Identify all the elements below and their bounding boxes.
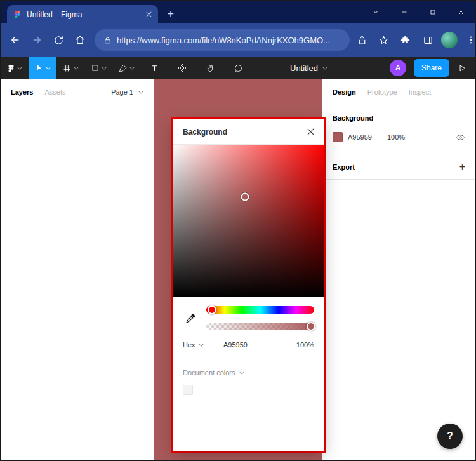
maximize-button[interactable] <box>418 1 447 23</box>
pen-tool-button[interactable] <box>112 57 140 79</box>
page-dropdown[interactable]: Page 1 <box>111 88 143 96</box>
background-hex-value[interactable]: A95959 <box>348 133 387 141</box>
user-avatar[interactable]: A <box>390 60 406 76</box>
share-page-button[interactable] <box>352 30 371 50</box>
color-picker-dialog: Background <box>173 119 324 451</box>
export-add-button[interactable]: + <box>459 162 465 172</box>
background-opacity-value[interactable]: 100% <box>387 133 405 141</box>
bookmark-button[interactable] <box>374 30 393 50</box>
minimize-button[interactable] <box>390 1 418 23</box>
comment-tool-button[interactable] <box>224 57 252 79</box>
figma-main-menu-button[interactable] <box>1 57 29 79</box>
export-section: Export + <box>322 154 475 180</box>
figma-toolbar-right: A Share <box>390 57 475 79</box>
layers-panel: Layers Assets Page 1 <box>1 79 154 460</box>
properties-panel: Design Prototype Inspect Background A959… <box>322 79 475 460</box>
chevron-down-icon <box>102 67 107 70</box>
chevron-down-icon <box>372 8 380 16</box>
forward-icon <box>31 34 43 46</box>
opacity-input[interactable]: 100% <box>296 341 314 349</box>
kebab-menu-icon <box>466 35 476 45</box>
hue-track <box>206 306 314 314</box>
window-controls <box>361 1 475 23</box>
tab-design[interactable]: Design <box>333 88 356 96</box>
shape-tool-button[interactable] <box>84 57 112 79</box>
reload-icon <box>53 35 64 46</box>
picker-controls <box>173 297 324 330</box>
eyedropper-button[interactable] <box>183 311 198 326</box>
move-tool-button[interactable] <box>29 57 56 79</box>
background-color-swatch[interactable] <box>333 132 343 142</box>
color-mode-dropdown[interactable]: Hex <box>183 341 223 349</box>
move-cursor-icon <box>34 63 44 73</box>
hex-value-input[interactable]: A95959 <box>223 341 248 349</box>
figma-favicon-icon <box>13 10 22 18</box>
background-section: Background A95959 100% <box>322 105 475 154</box>
frame-tool-button[interactable] <box>56 57 84 79</box>
address-bar[interactable]: https://www.figma.com/file/nW8nKoPdANnjr… <box>95 29 350 51</box>
tab-title: Untitled – Figma <box>27 10 141 19</box>
back-button[interactable] <box>6 30 25 50</box>
resources-tool-button[interactable] <box>168 57 196 79</box>
visibility-toggle[interactable] <box>456 133 465 142</box>
reload-button[interactable] <box>49 30 68 50</box>
hue-thumb[interactable] <box>208 305 216 314</box>
color-selection-cursor[interactable] <box>241 192 249 201</box>
help-button[interactable]: ? <box>437 424 463 449</box>
browser-titlebar: Untitled – Figma + <box>1 1 475 23</box>
chevron-down-icon <box>74 67 79 70</box>
side-panel-icon <box>423 35 433 46</box>
bookmark-star-icon <box>378 35 389 46</box>
alpha-slider[interactable] <box>206 323 314 330</box>
tab-assets[interactable]: Assets <box>44 88 65 96</box>
lock-icon <box>103 36 112 44</box>
hex-mode-label: Hex <box>183 341 195 349</box>
comment-bubble-icon <box>234 63 243 73</box>
document-colors-label: Document colors <box>183 369 235 377</box>
tab-inspect[interactable]: Inspect <box>409 88 431 96</box>
alpha-track <box>206 323 314 330</box>
tab-close-icon[interactable] <box>146 11 152 17</box>
saturation-brightness-gradient[interactable] <box>173 145 324 297</box>
resources-grid-icon <box>177 63 187 73</box>
properties-tabs: Design Prototype Inspect <box>322 79 475 105</box>
tab-layers[interactable]: Layers <box>11 88 33 96</box>
share-button[interactable]: Share <box>414 59 449 77</box>
color-value-row: Hex A95959 100% <box>173 330 324 349</box>
extensions-puzzle-icon <box>400 35 411 46</box>
page-label: Page 1 <box>111 88 133 96</box>
browser-tab[interactable]: Untitled – Figma <box>7 5 158 23</box>
color-picker-header: Background <box>173 119 324 145</box>
chevron-down-icon <box>129 67 135 70</box>
eye-icon <box>456 133 465 142</box>
frame-tool-icon <box>62 63 72 73</box>
file-title-dropdown[interactable]: Untitled <box>290 57 327 79</box>
document-color-swatch[interactable] <box>183 385 193 395</box>
home-button[interactable] <box>70 30 89 50</box>
export-section-title: Export <box>333 163 355 171</box>
document-colors-dropdown[interactable]: Document colors <box>173 359 324 377</box>
text-tool-button[interactable] <box>140 57 168 79</box>
background-color-row: A95959 100% <box>333 132 465 142</box>
rectangle-tool-icon <box>91 63 100 72</box>
extensions-button[interactable] <box>395 30 414 50</box>
hue-slider[interactable] <box>206 306 314 314</box>
browser-window: Untitled – Figma + <box>0 0 476 461</box>
pen-tool-icon <box>118 63 128 73</box>
eyedropper-icon <box>185 312 197 324</box>
figma-toolbar: Untitled A Share <box>1 57 475 79</box>
profile-avatar[interactable] <box>441 32 458 48</box>
side-panel-button[interactable] <box>418 30 437 50</box>
present-play-icon[interactable] <box>457 63 466 73</box>
close-button[interactable] <box>447 1 475 23</box>
color-picker-close-icon[interactable] <box>307 128 314 135</box>
tab-prototype[interactable]: Prototype <box>367 88 397 96</box>
forward-button[interactable] <box>27 30 46 50</box>
maximize-icon <box>429 8 437 16</box>
chevron-down-icon <box>239 371 244 375</box>
tab-search-button[interactable] <box>361 1 390 23</box>
browser-menu-button[interactable] <box>461 30 476 50</box>
alpha-thumb[interactable] <box>307 322 315 331</box>
new-tab-button[interactable]: + <box>163 6 178 21</box>
hand-tool-button[interactable] <box>196 57 224 79</box>
